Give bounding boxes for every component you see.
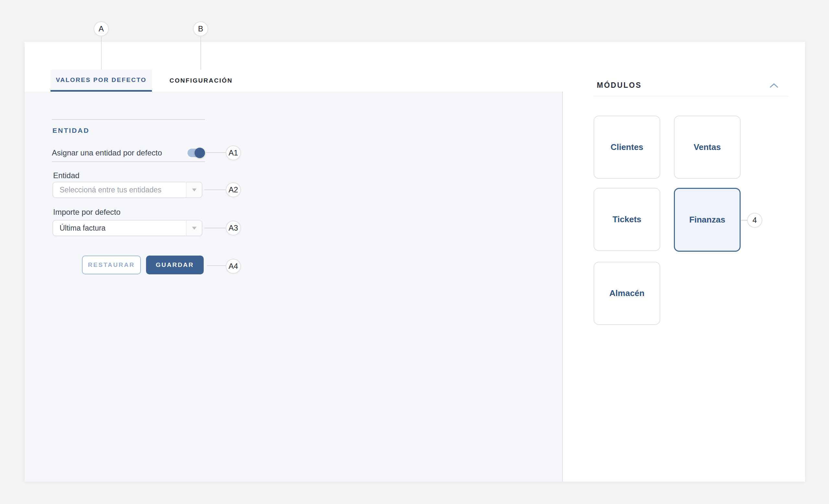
annotation-marker-a1: A1 <box>226 145 241 160</box>
importe-select-arrow-cap[interactable] <box>186 221 202 236</box>
importe-select[interactable]: Última factura <box>52 220 203 236</box>
toggle-label: Asignar una entidad por defecto <box>52 148 162 157</box>
chevron-down-icon <box>192 227 196 230</box>
marker-a2-connector <box>204 189 226 190</box>
module-card-almacen[interactable]: Almacén <box>593 262 660 325</box>
marker-a-label: A <box>99 24 104 33</box>
screen: A B VALORES POR DEFECTO CONFIGURACIÓN EN… <box>0 0 829 504</box>
module-label: Finanzas <box>689 215 725 225</box>
collapse-modules-button[interactable] <box>770 83 778 88</box>
chevron-up-icon <box>770 83 778 88</box>
restore-button-label: RESTAURAR <box>88 261 135 268</box>
entidad-select[interactable]: Seleccioná entre tus entidades <box>52 182 203 198</box>
marker-a3-connector <box>204 228 226 228</box>
tab-valores-por-defecto[interactable]: VALORES POR DEFECTO <box>50 70 152 92</box>
marker-a3-label: A3 <box>229 223 238 232</box>
restore-button[interactable]: RESTAURAR <box>82 256 141 274</box>
section-top-divider <box>52 119 205 120</box>
module-card-finanzas[interactable]: Finanzas <box>674 188 741 252</box>
save-button-label: GUARDAR <box>156 261 194 268</box>
marker-b-label: B <box>198 24 203 33</box>
module-label: Clientes <box>610 142 643 152</box>
marker-a4-connector <box>207 265 226 266</box>
importe-select-value: Última factura <box>60 224 106 232</box>
module-label: Almacén <box>609 288 644 298</box>
entidad-select-placeholder: Seleccioná entre tus entidades <box>60 186 161 194</box>
annotation-marker-a4: A4 <box>226 259 241 274</box>
annotation-marker-a2: A2 <box>226 182 241 197</box>
toggle-knob[interactable] <box>194 148 205 158</box>
chevron-down-icon <box>192 188 196 191</box>
annotation-marker-b: B <box>193 22 208 36</box>
module-card-clientes[interactable]: Clientes <box>593 116 660 179</box>
marker-a1-label: A1 <box>229 148 238 157</box>
marker-a1-connector <box>206 152 226 153</box>
marker-a2-label: A2 <box>229 185 238 194</box>
annotation-marker-a3: A3 <box>226 221 241 236</box>
module-label: Tickets <box>612 214 641 224</box>
tab-configuracion[interactable]: CONFIGURACIÓN <box>161 70 241 92</box>
panel-vertical-divider <box>562 92 563 482</box>
module-card-ventas[interactable]: Ventas <box>674 116 741 179</box>
marker-4-connector <box>741 220 747 221</box>
marker-b-stem <box>201 37 201 70</box>
annotation-marker-4: 4 <box>747 213 762 228</box>
save-button[interactable]: GUARDAR <box>146 256 204 274</box>
toggle-row-divider <box>52 161 205 162</box>
modules-header-divider <box>593 96 788 96</box>
tab-configuracion-label: CONFIGURACIÓN <box>169 77 232 84</box>
module-label: Ventas <box>694 142 721 152</box>
marker-4-label: 4 <box>753 216 757 225</box>
modules-panel-title: MÓDULOS <box>597 81 642 89</box>
tab-valores-label: VALORES POR DEFECTO <box>56 76 146 83</box>
section-title: ENTIDAD <box>52 126 89 135</box>
importe-field-label: Importe por defecto <box>53 208 120 217</box>
entidad-select-arrow-cap[interactable] <box>186 182 202 197</box>
entidad-field-label: Entidad <box>53 171 79 180</box>
marker-a-stem <box>101 37 102 70</box>
annotation-marker-a: A <box>94 22 109 36</box>
module-card-tickets[interactable]: Tickets <box>593 188 660 251</box>
marker-a4-label: A4 <box>229 262 238 271</box>
